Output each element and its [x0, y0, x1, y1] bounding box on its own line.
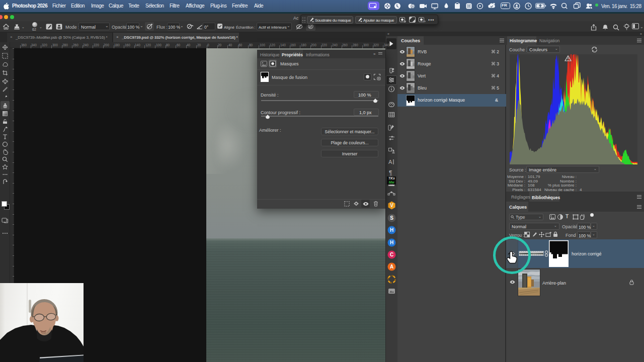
svg-text:¶: ¶ [389, 169, 392, 176]
svg-text:C: C [390, 252, 393, 257]
svg-text:A: A [390, 264, 393, 269]
svg-text:H: H [390, 227, 393, 233]
svg-text:V: V [390, 203, 393, 208]
svg-text:A: A [388, 159, 392, 165]
svg-text:BS: BS [412, 5, 415, 8]
svg-text:H: H [390, 240, 393, 245]
svg-text:S: S [390, 215, 393, 221]
svg-text:px: px [424, 20, 426, 23]
